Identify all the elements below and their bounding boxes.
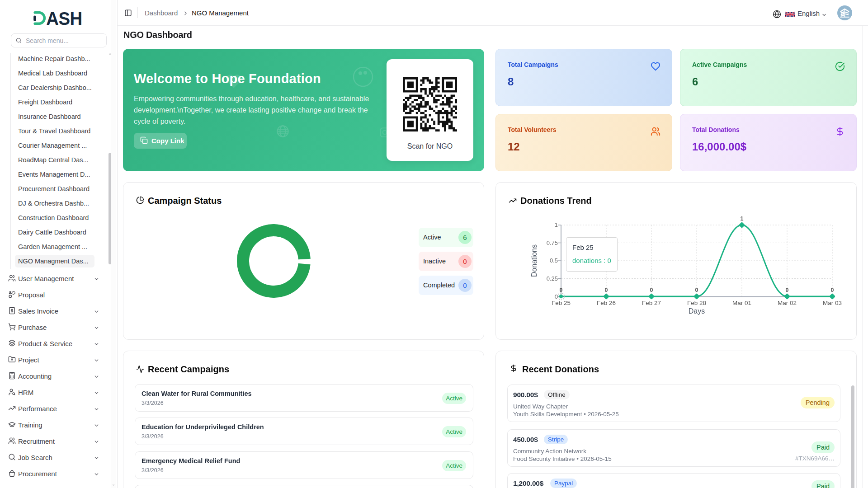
svg-text:Mar 02: Mar 02	[778, 300, 797, 306]
svg-text:0: 0	[555, 293, 558, 300]
svg-text:Feb 25: Feb 25	[552, 300, 571, 306]
svg-text:1: 1	[555, 221, 558, 228]
svg-text:0: 0	[695, 287, 698, 293]
svg-text:1: 1	[741, 216, 744, 222]
svg-text:0: 0	[605, 287, 608, 293]
svg-text:0: 0	[650, 287, 653, 293]
svg-text:Donations: Donations	[530, 244, 538, 277]
svg-text:Feb 26: Feb 26	[597, 300, 616, 306]
svg-text:Feb 27: Feb 27	[642, 300, 661, 306]
svg-text:Days: Days	[689, 307, 705, 315]
svg-text:Feb 28: Feb 28	[687, 300, 706, 306]
svg-text:0.5: 0.5	[550, 257, 558, 264]
svg-text:Mar 01: Mar 01	[732, 300, 751, 306]
svg-text:0: 0	[560, 287, 563, 293]
svg-text:0.25: 0.25	[547, 275, 558, 282]
svg-text:0.75: 0.75	[547, 239, 558, 246]
svg-text:0: 0	[831, 287, 834, 293]
svg-text:ASH: ASH	[46, 8, 82, 26]
svg-text:Mar 03: Mar 03	[823, 300, 842, 306]
svg-text:0: 0	[786, 287, 789, 293]
